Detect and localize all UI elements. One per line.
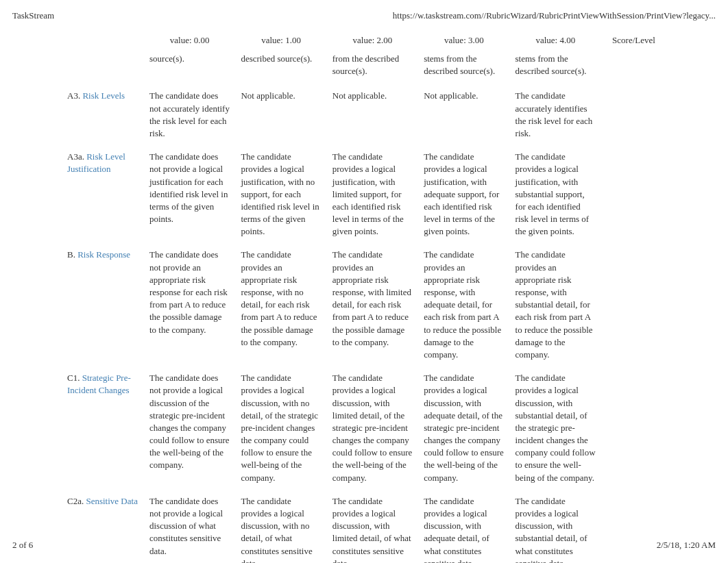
cell: [601, 490, 666, 563]
cell: Not applicable.: [235, 84, 326, 145]
cell: stems from the described source(s).: [510, 53, 601, 84]
row-label-cell: B. Risk Response: [62, 243, 144, 366]
cell: The candidate provides an appropriate ri…: [235, 243, 326, 366]
cell: The candidate does not provide a logical…: [144, 145, 235, 243]
header-col-4: value: 3.00: [418, 28, 509, 53]
cell: The candidate provides an appropriate ri…: [510, 243, 601, 366]
cell: The candidate does not accurately identi…: [144, 84, 235, 145]
cell: The candidate provides an appropriate ri…: [327, 243, 418, 366]
table-header-row: value: 0.00 value: 1.00 value: 2.00 valu…: [62, 28, 666, 53]
cell: source(s).: [144, 53, 235, 84]
cell: The candidate provides a logical discuss…: [235, 366, 326, 490]
cell: The candidate provides a logical justifi…: [418, 145, 509, 243]
cell: The candidate provides a logical discuss…: [327, 366, 418, 490]
cell: [601, 53, 666, 84]
row-label-cell: C2a. Sensitive Data: [62, 490, 144, 563]
cell: [62, 53, 144, 84]
table-row: C2a. Sensitive DataThe candidate does no…: [62, 490, 666, 563]
rubric-table: value: 0.00 value: 1.00 value: 2.00 valu…: [62, 28, 666, 563]
cell: The candidate provides a logical discuss…: [510, 490, 601, 563]
cell: The candidate provides a logical discuss…: [418, 366, 509, 490]
table-row: A3. Risk LevelsThe candidate does not ac…: [62, 84, 666, 145]
row-prefix: A3.: [67, 90, 82, 101]
cell: The candidate provides a logical discuss…: [418, 490, 509, 563]
row-prefix: B.: [67, 249, 77, 260]
cell: The candidate does not provide an approp…: [144, 243, 235, 366]
row-label-cell: A3a. Risk Level Justification: [62, 145, 144, 243]
row-label-cell: C1. Strategic Pre-Incident Changes: [62, 366, 144, 490]
header-url: https://w.taskstream.com//RubricWizard/R…: [393, 10, 716, 21]
cell: [601, 243, 666, 366]
page-footer: 2 of 6 2/5/18, 1:20 AM: [12, 540, 716, 551]
header-col-6: Score/Level: [601, 28, 666, 53]
row-link[interactable]: Risk Levels: [82, 90, 125, 101]
cell: The candidate provides a logical discuss…: [510, 366, 601, 490]
cell: [601, 366, 666, 490]
table-row: C1. Strategic Pre-Incident ChangesThe ca…: [62, 366, 666, 490]
cell: The candidate does not provide a logical…: [144, 490, 235, 563]
row-prefix: C1.: [67, 373, 82, 383]
header-col-0: [62, 28, 144, 53]
footer-page: 2 of 6: [12, 540, 33, 551]
content-area: value: 0.00 value: 1.00 value: 2.00 valu…: [0, 28, 728, 563]
cell: [601, 84, 666, 145]
row-link[interactable]: Risk Response: [77, 249, 130, 260]
header-col-5: value: 4.00: [510, 28, 601, 53]
table-row: B. Risk ResponseThe candidate does not p…: [62, 243, 666, 366]
cell: [601, 145, 666, 243]
header-col-2: value: 1.00: [235, 28, 326, 53]
cell: The candidate provides an appropriate ri…: [418, 243, 509, 366]
cell: The candidate does not provide a logical…: [144, 366, 235, 490]
table-row: A3a. Risk Level JustificationThe candida…: [62, 145, 666, 243]
cell: Not applicable.: [327, 84, 418, 145]
page-header: TaskStream https://w.taskstream.com//Rub…: [0, 0, 728, 28]
cell: stems from the described source(s).: [418, 53, 509, 84]
header-col-3: value: 2.00: [327, 28, 418, 53]
header-title: TaskStream: [12, 10, 54, 21]
cell: The candidate provides a logical justifi…: [510, 145, 601, 243]
cell: described source(s).: [235, 53, 326, 84]
cell: The candidate provides a logical justifi…: [327, 145, 418, 243]
cell: The candidate provides a logical justifi…: [235, 145, 326, 243]
cell: Not applicable.: [418, 84, 509, 145]
footer-datetime: 2/5/18, 1:20 AM: [657, 540, 716, 551]
cell: The candidate provides a logical discuss…: [327, 490, 418, 563]
row-link[interactable]: Sensitive Data: [86, 496, 137, 506]
table-row-partial: source(s).described source(s).from the d…: [62, 53, 666, 84]
cell: from the described source(s).: [327, 53, 418, 84]
row-label-cell: A3. Risk Levels: [62, 84, 144, 145]
row-prefix: C2a.: [67, 496, 86, 506]
cell: The candidate accurately identifies the …: [510, 84, 601, 145]
row-prefix: A3a.: [67, 151, 86, 162]
header-col-1: value: 0.00: [144, 28, 235, 53]
cell: The candidate provides a logical discuss…: [235, 490, 326, 563]
